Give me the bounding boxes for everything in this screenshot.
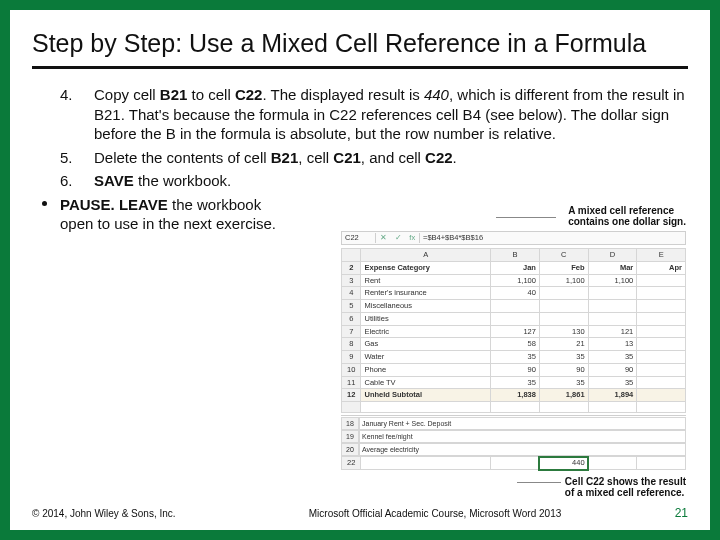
figure-excel: A mixed cell reference contains one doll… xyxy=(341,211,686,470)
bullet-icon xyxy=(42,201,47,206)
callout-leader-line xyxy=(496,217,556,218)
course-name: Microsoft Official Academic Course, Micr… xyxy=(212,508,658,519)
formula-text: =$B4+$B4*$B$16 xyxy=(420,233,685,243)
copyright: © 2014, John Wiley & Sons, Inc. xyxy=(32,508,212,519)
formula-bar: C22 ✕ ✓ fx =$B4+$B4*$B$16 xyxy=(341,231,686,245)
callout-leader-line xyxy=(517,482,561,483)
page-number: 21 xyxy=(658,506,688,520)
column-headers: A B C D E xyxy=(342,249,686,262)
fx-icon: fx xyxy=(409,233,415,243)
lower-rows: 18January Rent + Sec. Deposit19Kennel fe… xyxy=(341,415,686,456)
step-number: 4. xyxy=(60,85,73,105)
table-row: 6Utilities xyxy=(342,312,686,325)
table-row: 19Kennel fee/night xyxy=(341,430,686,443)
row-22: 22 440 xyxy=(342,457,686,470)
footer: © 2014, John Wiley & Sons, Inc. Microsof… xyxy=(32,506,688,520)
pause-text: PAUSE. LEAVE the workbook open to use in… xyxy=(60,195,290,234)
step-text: Copy cell B21 to cell C22. The displayed… xyxy=(94,86,685,142)
table-row xyxy=(342,402,686,413)
table-row: 18January Rent + Sec. Deposit xyxy=(341,417,686,430)
table-row: 20Average electricity xyxy=(341,443,686,456)
table-row: 9 Water353535 xyxy=(342,351,686,364)
step-4: 4. Copy cell B21 to cell C22. The displa… xyxy=(94,85,688,144)
formula-bar-icons: ✕ ✓ fx xyxy=(376,233,420,243)
step-6: 6. SAVE the workbook. xyxy=(94,171,688,191)
step-text: SAVE the workbook. xyxy=(94,172,231,189)
table-row: 2Expense CategoryJanFebMarApr xyxy=(342,261,686,274)
spreadsheet-grid: A B C D E 2Expense CategoryJanFebMarApr3… xyxy=(341,248,686,413)
table-row: 4Renter's insurance40 xyxy=(342,287,686,300)
step-list: 4. Copy cell B21 to cell C22. The displa… xyxy=(32,85,688,191)
selection-row-table: 22 440 xyxy=(341,456,686,470)
callout-bottom: Cell C22 shows the result of a mixed cel… xyxy=(565,476,686,498)
enter-icon: ✓ xyxy=(395,233,402,243)
table-row: 3Rent1,1001,1001,100 xyxy=(342,274,686,287)
table-row: 10 Phone909090 xyxy=(342,363,686,376)
table-row: 7 Electric127130121 xyxy=(342,325,686,338)
table-row: 8 Gas582113 xyxy=(342,338,686,351)
table-row: 5Miscellaneous xyxy=(342,300,686,313)
step-number: 5. xyxy=(60,148,73,168)
name-box: C22 xyxy=(342,233,376,243)
step-5: 5. Delete the contents of cell B21, cell… xyxy=(94,148,688,168)
slide-title: Step by Step: Use a Mixed Cell Reference… xyxy=(32,28,688,69)
cancel-icon: ✕ xyxy=(380,233,387,243)
content-area: 4. Copy cell B21 to cell C22. The displa… xyxy=(32,85,688,234)
cell-c22: 440 xyxy=(539,457,588,470)
table-row: 12Unheld Subtotal1,8381,8611,894 xyxy=(342,389,686,402)
table-row: 11 Cable TV353535 xyxy=(342,376,686,389)
callout-top: A mixed cell reference contains one doll… xyxy=(568,205,686,227)
step-text: Delete the contents of cell B21, cell C2… xyxy=(94,149,457,166)
slide: Step by Step: Use a Mixed Cell Reference… xyxy=(10,10,710,530)
step-number: 6. xyxy=(60,171,73,191)
